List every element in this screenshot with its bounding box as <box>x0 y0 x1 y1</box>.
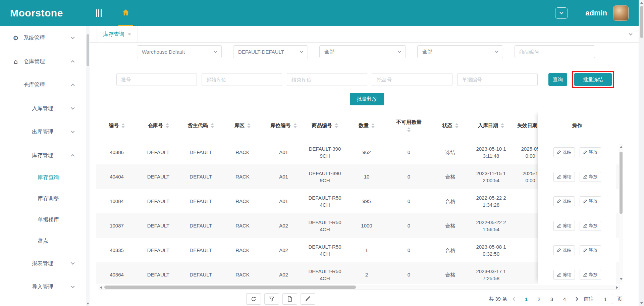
scroll-down-icon[interactable] <box>87 303 89 305</box>
home-tab[interactable] <box>115 0 137 26</box>
table-vertical-scrollbar[interactable] <box>619 144 623 282</box>
col-id[interactable]: 编号 <box>96 111 137 140</box>
page-number-1[interactable]: 1 <box>522 295 531 303</box>
freeze-button[interactable]: 冻结 <box>553 270 575 280</box>
col-owner[interactable]: 货主代码 <box>179 111 222 140</box>
status-select-1[interactable]: 全部 <box>319 45 406 58</box>
page-number-4[interactable]: 4 <box>560 295 569 303</box>
sidebar-item-inventory-adjust[interactable]: 库存调整 <box>0 188 86 209</box>
sort-icon[interactable] <box>335 123 338 128</box>
col-status[interactable]: 状态 <box>430 111 471 140</box>
scrollbar-thumb[interactable] <box>640 6 643 38</box>
batch-freeze-button[interactable]: 批量冻结 <box>574 73 612 86</box>
col-unavailable[interactable]: 不可用数量 <box>388 111 430 140</box>
sort-icon[interactable] <box>501 123 504 128</box>
page-number-3[interactable]: 3 <box>547 295 556 303</box>
doc-number-input[interactable] <box>457 73 538 86</box>
freeze-button[interactable]: 冻结 <box>553 196 575 206</box>
freeze-button[interactable]: 冻结 <box>553 245 575 255</box>
row-actions: 冻结 释放 <box>538 164 616 189</box>
edit-icon <box>557 223 561 228</box>
page-scrollbar[interactable] <box>639 0 644 306</box>
col-qty[interactable]: 数量 <box>345 111 388 140</box>
cell-qty: 962 <box>345 140 388 164</box>
refresh-button[interactable] <box>246 293 261 305</box>
goto-page-input[interactable] <box>598 294 613 304</box>
sidebar-item-inventory-query[interactable]: 库存查询 <box>0 167 86 188</box>
cell-unavailable: 0 <box>388 213 430 238</box>
edit-button[interactable] <box>301 293 315 305</box>
scroll-up-icon[interactable] <box>620 146 623 148</box>
scrollbar-thumb[interactable] <box>620 152 623 214</box>
freeze-button[interactable]: 冻结 <box>553 147 575 157</box>
table-horizontal-scrollbar[interactable] <box>99 285 620 290</box>
release-button[interactable]: 释放 <box>580 270 601 280</box>
start-location-input[interactable] <box>202 73 282 86</box>
sidebar-item-warehouse-mgmt[interactable]: ⌂ 仓库管理 <box>0 50 86 73</box>
release-button[interactable]: 释放 <box>580 196 601 206</box>
sidebar-item-stocktake[interactable]: 盘点 <box>0 231 86 252</box>
edit-icon <box>557 150 561 154</box>
sort-icon[interactable] <box>211 123 214 128</box>
sort-icon[interactable] <box>166 123 169 128</box>
filter-button[interactable] <box>264 293 279 305</box>
sidebar-scrollbar[interactable] <box>86 26 90 306</box>
batch-input[interactable] <box>116 73 197 86</box>
pallet-input[interactable] <box>372 73 452 86</box>
batch-release-button[interactable]: 批量释放 <box>350 93 384 105</box>
col-zone[interactable]: 库区 <box>222 111 263 140</box>
warehouse-select[interactable]: Warehouse Default <box>137 45 222 58</box>
release-button[interactable]: 释放 <box>580 172 601 182</box>
sidebar-item-import-mgmt[interactable]: 导入管理 <box>0 275 86 299</box>
search-button[interactable]: 查询 <box>548 73 567 86</box>
scroll-left-icon[interactable] <box>100 286 102 289</box>
release-button[interactable]: 释放 <box>580 245 601 255</box>
sort-icon[interactable] <box>293 123 297 128</box>
user-avatar[interactable] <box>613 5 629 21</box>
select-value: Warehouse Default <box>142 49 185 55</box>
sort-icon[interactable] <box>247 123 251 128</box>
sidebar-item-system-mgmt[interactable]: ⚙ 系统管理 <box>0 26 86 50</box>
sort-icon[interactable] <box>121 123 125 128</box>
sidebar-toggle-icon[interactable] <box>96 9 102 17</box>
sort-icon[interactable] <box>455 123 459 128</box>
sidebar-item-inventory-mgmt[interactable]: 库存管理 <box>0 144 86 167</box>
release-button[interactable]: 释放 <box>580 221 601 231</box>
close-icon[interactable]: × <box>128 31 131 38</box>
scrollbar-thumb[interactable] <box>104 286 356 289</box>
zone-select[interactable]: DEFAULT-DEFAULT <box>233 45 308 58</box>
freeze-button[interactable]: 冻结 <box>553 221 575 231</box>
end-location-input[interactable] <box>287 73 367 86</box>
scroll-down-icon[interactable] <box>640 302 643 304</box>
page-number-2[interactable]: 2 <box>535 295 543 303</box>
tabbar-collapse-button[interactable] <box>622 26 639 42</box>
cell-location: A01 <box>263 164 304 189</box>
sidebar-item-inbound-mgmt[interactable]: 入库管理 <box>0 97 86 120</box>
scroll-down-icon[interactable] <box>620 278 623 280</box>
sidebar-item-outbound-mgmt[interactable]: 出库管理 <box>0 120 86 144</box>
cell-location: A02 <box>263 213 304 238</box>
release-button[interactable]: 释放 <box>580 147 601 157</box>
sort-icon[interactable] <box>371 123 375 128</box>
next-page-button[interactable] <box>573 296 580 302</box>
export-button[interactable] <box>282 293 297 305</box>
col-indate[interactable]: 入库日期 <box>471 111 512 140</box>
chevron-down-icon <box>629 32 632 35</box>
tab-inventory-query[interactable]: 库存查询 × <box>97 26 138 42</box>
col-location[interactable]: 库位编号 <box>263 111 304 140</box>
sidebar-scrollbar-thumb[interactable] <box>87 34 89 66</box>
sort-icon[interactable] <box>407 127 411 132</box>
cell-in-date: 2023-05-08 1 0:32:50 <box>471 238 512 262</box>
prev-page-button[interactable] <box>511 296 518 302</box>
scroll-right-icon[interactable] <box>616 286 618 289</box>
status-select-2[interactable]: 全部 <box>417 45 503 58</box>
col-warehouse[interactable]: 仓库号 <box>137 111 179 140</box>
sidebar-item-report-mgmt[interactable]: 报表管理 <box>0 252 86 275</box>
scroll-up-icon[interactable] <box>640 2 643 4</box>
header-dropdown-button[interactable] <box>555 7 568 19</box>
sku-input[interactable] <box>515 45 595 58</box>
freeze-button[interactable]: 冻结 <box>553 172 575 182</box>
sidebar-item-doc-transfer[interactable]: 单据移库 <box>0 209 86 231</box>
col-sku[interactable]: 商品编号 <box>304 111 345 140</box>
sidebar-item-warehouse-mgmt-sub[interactable]: 仓库管理 <box>0 73 86 97</box>
